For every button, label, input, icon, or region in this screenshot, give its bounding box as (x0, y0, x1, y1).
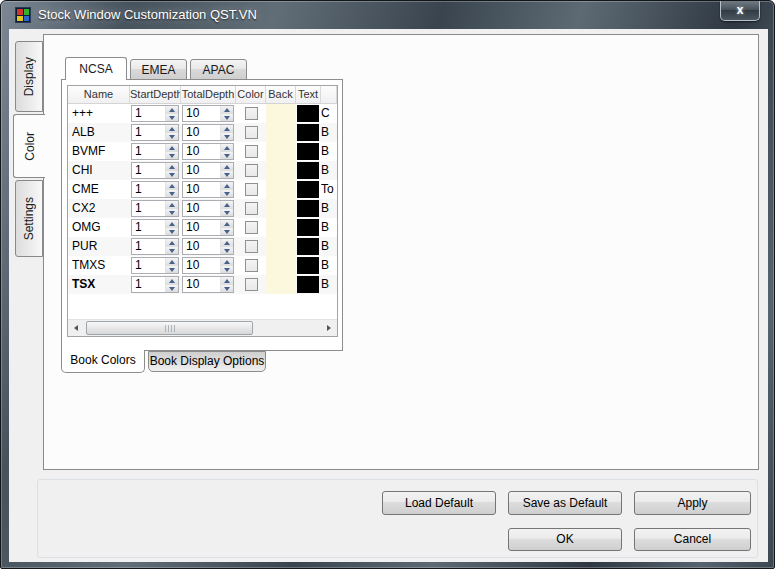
scroll-left-icon[interactable] (68, 320, 85, 336)
spinner-down-icon[interactable] (221, 228, 233, 236)
spinner-up-icon[interactable] (166, 201, 178, 209)
total-depth-spinner[interactable]: 10 (182, 143, 234, 160)
start-depth-spinner[interactable]: 1 (131, 143, 179, 160)
total-depth-spinner[interactable]: 10 (182, 276, 234, 293)
spinner-down-icon[interactable] (166, 190, 178, 198)
spinner-up-icon[interactable] (221, 163, 233, 171)
row-text-swatch[interactable] (297, 219, 319, 236)
row-color-checkbox[interactable] (245, 183, 258, 196)
spinner-up-icon[interactable] (166, 106, 178, 114)
row-back-swatch[interactable] (266, 218, 296, 237)
spinner-down-icon[interactable] (221, 266, 233, 274)
table-row[interactable]: TSX110B (68, 275, 337, 294)
spinner-up-icon[interactable] (166, 144, 178, 152)
col-header-totaldepth[interactable]: TotalDepth (181, 86, 236, 103)
spinner-up-icon[interactable] (221, 239, 233, 247)
row-back-swatch[interactable] (266, 142, 296, 161)
spinner-up-icon[interactable] (166, 258, 178, 266)
load-default-button[interactable]: Load Default (382, 491, 496, 515)
spinner-up-icon[interactable] (221, 182, 233, 190)
row-color-checkbox[interactable] (245, 202, 258, 215)
horizontal-scrollbar[interactable] (68, 319, 337, 336)
row-text-swatch[interactable] (297, 105, 319, 122)
save-as-default-button[interactable]: Save as Default (508, 491, 622, 515)
spinner-up-icon[interactable] (221, 258, 233, 266)
spinner-up-icon[interactable] (221, 201, 233, 209)
row-back-swatch[interactable] (266, 104, 296, 123)
start-depth-spinner[interactable]: 1 (131, 219, 179, 236)
spinner-down-icon[interactable] (166, 114, 178, 122)
row-back-swatch[interactable] (266, 123, 296, 142)
row-back-swatch[interactable] (266, 199, 296, 218)
spinner-down-icon[interactable] (221, 114, 233, 122)
row-text-swatch[interactable] (297, 276, 319, 293)
spinner-up-icon[interactable] (166, 220, 178, 228)
spinner-down-icon[interactable] (221, 247, 233, 255)
spinner-down-icon[interactable] (166, 228, 178, 236)
row-back-swatch[interactable] (266, 256, 296, 275)
row-color-checkbox[interactable] (245, 145, 258, 158)
col-header-name[interactable]: Name (68, 86, 130, 103)
spinner-down-icon[interactable] (221, 171, 233, 179)
spinner-down-icon[interactable] (221, 133, 233, 141)
col-header-text[interactable]: Text (296, 86, 321, 103)
total-depth-spinner[interactable]: 10 (182, 181, 234, 198)
row-color-checkbox[interactable] (245, 221, 258, 234)
spinner-up-icon[interactable] (221, 220, 233, 228)
table-row[interactable]: TMXS110B (68, 256, 337, 275)
spinner-down-icon[interactable] (166, 209, 178, 217)
cancel-button[interactable]: Cancel (634, 528, 751, 551)
row-back-swatch[interactable] (266, 161, 296, 180)
row-color-checkbox[interactable] (245, 278, 258, 291)
close-button[interactable]: x (720, 1, 760, 21)
start-depth-spinner[interactable]: 1 (131, 181, 179, 198)
total-depth-spinner[interactable]: 10 (182, 238, 234, 255)
start-depth-spinner[interactable]: 1 (131, 276, 179, 293)
total-depth-spinner[interactable]: 10 (182, 200, 234, 217)
spinner-down-icon[interactable] (221, 285, 233, 293)
spinner-up-icon[interactable] (166, 239, 178, 247)
spinner-up-icon[interactable] (221, 125, 233, 133)
tab-apac[interactable]: APAC (190, 59, 247, 80)
apply-button[interactable]: Apply (634, 491, 751, 515)
row-text-swatch[interactable] (297, 200, 319, 217)
table-row[interactable]: +++110C (68, 104, 337, 123)
table-row[interactable]: PUR110B (68, 237, 337, 256)
table-row[interactable]: BVMF110B (68, 142, 337, 161)
row-color-checkbox[interactable] (245, 259, 258, 272)
scrollbar-thumb[interactable] (86, 321, 253, 335)
tab-book-display-options[interactable]: Book Display Options (148, 351, 266, 372)
row-text-swatch[interactable] (297, 143, 319, 160)
col-header-startdepth[interactable]: StartDepth (130, 86, 181, 103)
row-back-swatch[interactable] (266, 237, 296, 256)
row-text-swatch[interactable] (297, 257, 319, 274)
spinner-down-icon[interactable] (221, 190, 233, 198)
start-depth-spinner[interactable]: 1 (131, 105, 179, 122)
spinner-down-icon[interactable] (221, 209, 233, 217)
row-text-swatch[interactable] (297, 162, 319, 179)
row-color-checkbox[interactable] (245, 126, 258, 139)
row-back-swatch[interactable] (266, 180, 296, 199)
row-color-checkbox[interactable] (245, 240, 258, 253)
table-row[interactable]: OMG110B (68, 218, 337, 237)
spinner-down-icon[interactable] (166, 247, 178, 255)
start-depth-spinner[interactable]: 1 (131, 257, 179, 274)
table-row[interactable]: ALB110B (68, 123, 337, 142)
total-depth-spinner[interactable]: 10 (182, 105, 234, 122)
row-back-swatch[interactable] (266, 275, 296, 294)
table-row[interactable]: CX2110B (68, 199, 337, 218)
row-color-checkbox[interactable] (245, 107, 258, 120)
spinner-down-icon[interactable] (166, 266, 178, 274)
spinner-down-icon[interactable] (166, 152, 178, 160)
tab-book-colors[interactable]: Book Colors (61, 350, 145, 373)
spinner-up-icon[interactable] (221, 106, 233, 114)
table-row[interactable]: CHI110B (68, 161, 337, 180)
spinner-up-icon[interactable] (221, 144, 233, 152)
total-depth-spinner[interactable]: 10 (182, 219, 234, 236)
tab-ncsa[interactable]: NCSA (65, 57, 127, 80)
spinner-up-icon[interactable] (166, 125, 178, 133)
start-depth-spinner[interactable]: 1 (131, 200, 179, 217)
side-tab-settings[interactable]: Settings (15, 180, 43, 257)
side-tab-color[interactable]: Color (13, 114, 45, 178)
col-header-back[interactable]: Back (266, 86, 296, 103)
